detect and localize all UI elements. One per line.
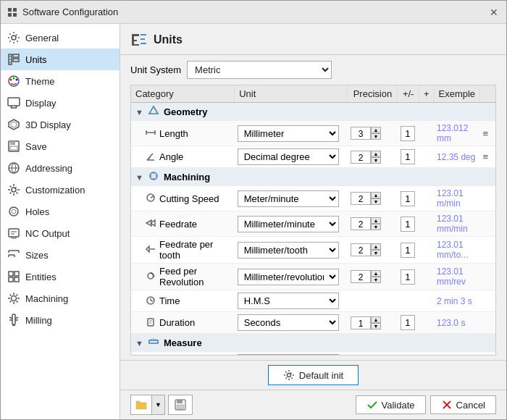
action-right: Validate Cancel bbox=[356, 395, 496, 414]
sidebar-item-customization[interactable]: Customization bbox=[1, 179, 120, 201]
precision-up[interactable]: ▲ bbox=[371, 316, 381, 323]
sidebar-item-label-milling: Milling bbox=[25, 315, 52, 326]
svg-rect-41 bbox=[14, 277, 19, 282]
example-value: 123.01 mm/rev bbox=[434, 264, 480, 290]
col-header-unit: Unit bbox=[235, 85, 348, 103]
folder-icon bbox=[135, 399, 147, 411]
precision-up[interactable]: ▲ bbox=[371, 151, 381, 157]
unit-select-feed-per-revolution[interactable]: Millimeter/revolution bbox=[238, 269, 339, 285]
sidebar-item-label-customization: Customization bbox=[25, 185, 85, 196]
unit-select-time[interactable]: H.M.S bbox=[238, 293, 339, 309]
save-icon bbox=[175, 399, 186, 411]
unit-select-angle[interactable]: Decimal degree bbox=[238, 354, 339, 356]
general-icon bbox=[7, 30, 21, 45]
row-label: Feed per Revolution bbox=[159, 266, 232, 287]
x-icon bbox=[441, 399, 453, 411]
check-icon bbox=[366, 399, 378, 411]
svg-point-14 bbox=[16, 79, 18, 81]
sidebar-item-units[interactable]: Units bbox=[1, 49, 120, 70]
save-button[interactable] bbox=[168, 395, 193, 415]
sidebar-item-addressing[interactable]: Addressing bbox=[1, 157, 120, 179]
sidebar: GeneralUnitsThemeDisplay3D DisplaySaveAd… bbox=[1, 24, 120, 419]
svg-rect-23 bbox=[10, 146, 17, 150]
precision-value: 2 bbox=[351, 151, 371, 164]
pm-value: 1 bbox=[401, 217, 415, 232]
sidebar-item-save[interactable]: Save bbox=[1, 135, 120, 157]
validate-label: Validate bbox=[382, 400, 415, 411]
group-name-geometry: Geometry bbox=[164, 106, 208, 117]
precision-spin-length: 3 ▲ ▼ bbox=[351, 127, 395, 140]
list-icon[interactable]: ≡ bbox=[483, 151, 489, 162]
svg-rect-86 bbox=[177, 405, 184, 409]
validate-button[interactable]: Validate bbox=[356, 395, 426, 414]
sidebar-item-theme[interactable]: Theme bbox=[1, 70, 120, 92]
unit-select-cutting-speed[interactable]: Meter/minute bbox=[238, 190, 339, 207]
sidebar-item-ncoutput[interactable]: NC Output bbox=[1, 222, 120, 244]
group-chevron-icon[interactable]: ▼ bbox=[135, 339, 143, 348]
group-row-geometry: ▼ Geometry bbox=[131, 103, 495, 122]
precision-down[interactable]: ▼ bbox=[371, 224, 381, 230]
precision-up[interactable]: ▲ bbox=[371, 217, 381, 224]
precision-down[interactable]: ▼ bbox=[371, 198, 381, 205]
close-button[interactable]: ✕ bbox=[487, 6, 500, 19]
pm-value: 1 bbox=[401, 315, 415, 330]
svg-rect-85 bbox=[177, 400, 183, 403]
svg-rect-9 bbox=[13, 54, 19, 57]
machining-icon bbox=[7, 291, 21, 306]
svg-marker-66 bbox=[152, 274, 155, 277]
unit-select-duration[interactable]: Seconds bbox=[238, 314, 339, 331]
precision-down[interactable]: ▼ bbox=[371, 277, 381, 283]
precision-value: 3 bbox=[351, 127, 371, 140]
svg-rect-73 bbox=[149, 340, 158, 343]
3ddisplay-icon bbox=[7, 117, 21, 132]
pm-value: 1 bbox=[401, 126, 415, 141]
group-chevron-icon[interactable]: ▼ bbox=[135, 108, 143, 117]
units-icon bbox=[130, 31, 148, 49]
unit-select-feedrate[interactable]: Millimeter/minute bbox=[238, 216, 339, 232]
sidebar-item-label-sizes: Sizes bbox=[25, 250, 49, 261]
sidebar-item-milling[interactable]: Milling bbox=[1, 309, 120, 331]
precision-down[interactable]: ▼ bbox=[371, 133, 381, 140]
table-row: DurationSeconds 1 ▲ ▼ 1123.0 s bbox=[131, 312, 495, 334]
precision-up[interactable]: ▲ bbox=[371, 243, 381, 250]
window-title: Software Configuration bbox=[22, 7, 118, 17]
ncoutput-icon bbox=[7, 226, 21, 240]
unit-system-label: Unit System bbox=[130, 64, 181, 75]
unit-select-angle[interactable]: Decimal degree bbox=[238, 148, 339, 165]
cancel-button[interactable]: Cancel bbox=[430, 395, 496, 414]
svg-rect-29 bbox=[9, 229, 19, 237]
default-init-button[interactable]: Default init bbox=[268, 365, 359, 385]
unit-system-select[interactable]: Metric Imperial bbox=[187, 61, 332, 79]
svg-rect-3 bbox=[13, 13, 17, 17]
svg-line-60 bbox=[147, 154, 153, 160]
unit-select-feedrate-per-tooth[interactable]: Millimeter/tooth bbox=[238, 242, 339, 259]
precision-down[interactable]: ▼ bbox=[371, 250, 381, 256]
svg-point-83 bbox=[287, 374, 290, 377]
svg-marker-55 bbox=[149, 106, 158, 114]
precision-up[interactable]: ▲ bbox=[371, 270, 381, 277]
sidebar-item-machining[interactable]: Machining bbox=[1, 287, 120, 309]
svg-point-42 bbox=[12, 296, 17, 301]
unit-select-length[interactable]: Millimeter bbox=[238, 125, 339, 142]
pm-value: 1 bbox=[401, 269, 415, 285]
precision-up[interactable]: ▲ bbox=[371, 127, 381, 133]
precision-down[interactable]: ▼ bbox=[371, 157, 381, 164]
cancel-label: Cancel bbox=[456, 400, 485, 411]
sidebar-item-sizes[interactable]: Sizes bbox=[1, 244, 120, 266]
units-table: Category Unit Precision +/- + Exemple ▼ bbox=[131, 85, 495, 356]
sidebar-item-entities[interactable]: Entities bbox=[1, 266, 120, 287]
svg-line-63 bbox=[151, 196, 154, 198]
sidebar-item-3ddisplay[interactable]: 3D Display bbox=[1, 114, 120, 135]
list-icon[interactable]: ≡ bbox=[483, 128, 489, 139]
svg-line-69 bbox=[151, 301, 153, 301]
sidebar-item-general[interactable]: General bbox=[1, 27, 120, 49]
precision-up[interactable]: ▲ bbox=[371, 192, 381, 198]
main-panel: Units Unit System Metric Imperial Catego… bbox=[120, 24, 506, 419]
sidebar-item-holes[interactable]: Holes bbox=[1, 201, 120, 222]
sidebar-item-display[interactable]: Display bbox=[1, 92, 120, 114]
open-file-button[interactable]: ▼ bbox=[130, 395, 165, 415]
action-left: ▼ bbox=[130, 395, 193, 415]
panel-title: Units bbox=[154, 33, 183, 46]
group-chevron-icon[interactable]: ▼ bbox=[135, 173, 143, 182]
precision-down[interactable]: ▼ bbox=[371, 323, 381, 329]
